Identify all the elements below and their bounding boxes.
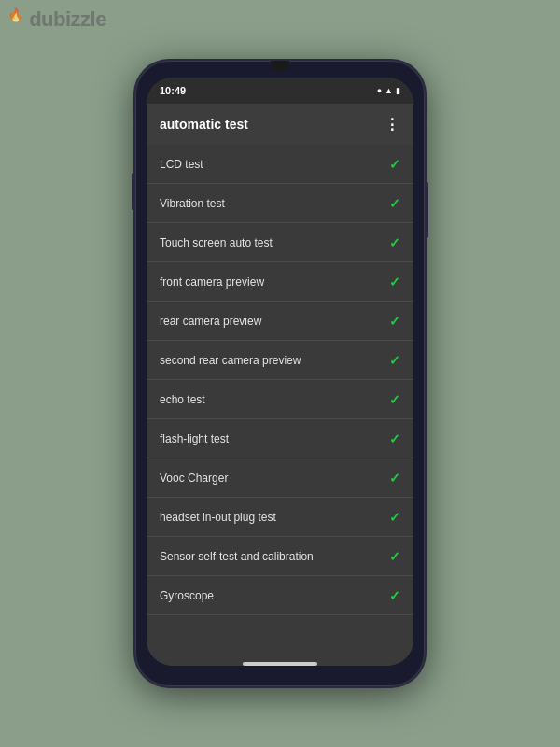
phone-notch [271, 61, 289, 70]
test-item-label: second rear camera preview [160, 354, 301, 367]
home-indicator [243, 662, 317, 666]
page-background: 🔥 dubizzle 10:49 ● ▲ ▮ automatic test ⋮ [0, 0, 560, 747]
status-icons: ● ▲ ▮ [377, 86, 400, 95]
phone-screen: 10:49 ● ▲ ▮ automatic test ⋮ LCD test ✓ [147, 78, 413, 666]
list-item[interactable]: front camera preview ✓ [147, 262, 413, 302]
signal-icon: ▲ [385, 86, 393, 95]
test-item-label: LCD test [160, 158, 203, 171]
check-icon: ✓ [389, 314, 400, 329]
check-icon: ✓ [389, 549, 400, 564]
check-icon: ✓ [389, 431, 400, 446]
list-item[interactable]: Vibration test ✓ [147, 184, 413, 223]
test-item-label: Touch screen auto test [160, 236, 273, 249]
check-icon: ✓ [389, 588, 400, 603]
status-time: 10:49 [160, 85, 186, 96]
list-item[interactable]: Sensor self-test and calibration ✓ [147, 537, 413, 576]
phone-device: 10:49 ● ▲ ▮ automatic test ⋮ LCD test ✓ [135, 61, 425, 686]
test-item-label: Sensor self-test and calibration [160, 550, 314, 563]
test-item-label: Vibration test [160, 197, 225, 210]
test-item-label: headset in-out plug test [160, 511, 276, 524]
check-icon: ✓ [389, 471, 400, 486]
test-item-label: flash-light test [160, 432, 229, 445]
app-bar-title: automatic test [160, 117, 248, 132]
more-options-icon[interactable]: ⋮ [385, 116, 400, 134]
list-item[interactable]: second rear camera preview ✓ [147, 341, 413, 380]
check-icon: ✓ [389, 235, 400, 250]
test-item-label: front camera preview [160, 275, 264, 289]
wifi-icon: ● [377, 86, 382, 95]
list-item[interactable]: Gyroscope ✓ [147, 576, 413, 615]
list-item[interactable]: LCD test ✓ [147, 145, 413, 184]
dubizzle-logo: 🔥 dubizzle [7, 7, 106, 32]
list-item[interactable]: headset in-out plug test ✓ [147, 498, 413, 537]
test-item-label: Vooc Charger [160, 472, 228, 485]
app-bar: automatic test ⋮ [147, 104, 413, 145]
list-item[interactable]: rear camera preview ✓ [147, 302, 413, 341]
status-bar: 10:49 ● ▲ ▮ [147, 78, 413, 104]
list-item[interactable]: Touch screen auto test ✓ [147, 223, 413, 262]
list-item[interactable]: flash-light test ✓ [147, 419, 413, 458]
check-icon: ✓ [389, 510, 400, 525]
check-icon: ✓ [389, 392, 400, 407]
list-item[interactable]: echo test ✓ [147, 380, 413, 419]
battery-icon: ▮ [396, 86, 400, 95]
check-icon: ✓ [389, 275, 400, 289]
list-item[interactable]: Vooc Charger ✓ [147, 458, 413, 498]
check-icon: ✓ [389, 157, 400, 172]
test-item-label: echo test [160, 393, 205, 406]
test-item-label: Gyroscope [160, 589, 214, 602]
check-icon: ✓ [389, 353, 400, 368]
test-list: LCD test ✓ Vibration test ✓ Touch screen… [147, 145, 413, 666]
flame-icon: 🔥 [7, 7, 23, 22]
test-item-label: rear camera preview [160, 315, 261, 328]
check-icon: ✓ [389, 196, 400, 211]
